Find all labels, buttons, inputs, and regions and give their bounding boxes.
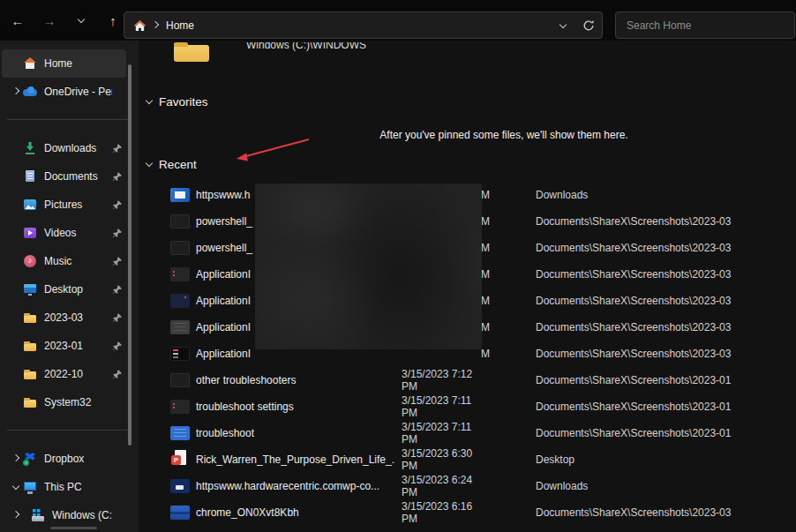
sidebar-item-label: 2023-03 (44, 311, 112, 324)
sidebar-horizontal-scrollbar[interactable] (50, 527, 97, 529)
pin-icon (112, 171, 123, 182)
sidebar-item-label: This PC (44, 481, 112, 493)
file-date-modified: 3/15/2023 6:30 PM (402, 447, 490, 472)
file-location: Documents\ShareX\Screenshots\2023-01 (536, 401, 731, 413)
file-location: Documents\ShareX\Screenshots\2023-03 (536, 348, 731, 360)
sidebar-item-system32[interactable]: System32 (2, 388, 126, 416)
pin-icon (112, 199, 123, 210)
pin-icon (112, 284, 123, 295)
sidebar-item-label: Music (44, 255, 112, 267)
file-location: Documents\ShareX\Screenshots\2023-03 (536, 506, 731, 519)
file-thumbnail-icon (170, 347, 190, 361)
sidebar-item-icon (23, 85, 37, 99)
sidebar-item-icon (23, 480, 37, 494)
chevron-down-icon[interactable] (144, 96, 154, 107)
nav-buttons: ← → ↑ (9, 0, 122, 41)
sidebar-item-desktop[interactable]: Desktop (2, 275, 126, 303)
file-row-chrome-on0xvt8kbh[interactable]: chrome_ON0Xvt8Kbh 3/15/2023 6:16 PM Docu… (170, 499, 796, 526)
file-location: Downloads (536, 480, 588, 492)
sidebar-item-icon (23, 141, 37, 155)
recent-header[interactable]: Recent (144, 156, 197, 172)
search-box (615, 11, 795, 39)
tile-label: Windows (C:)\WINDOWS (246, 42, 366, 51)
sidebar-item-onedrive-pers[interactable]: OneDrive - Pers (2, 78, 126, 106)
sidebar-item-icon (23, 367, 37, 381)
file-location: Downloads (536, 189, 588, 201)
up-arrow-icon: ↑ (109, 13, 116, 28)
sidebar-item-2023-01[interactable]: 2023-01 (2, 332, 126, 360)
sidebar-item-this-pc[interactable]: This PC (2, 473, 126, 501)
file-location: Documents\ShareX\Screenshots\2023-01 (536, 427, 731, 439)
file-name: ApplicationI (196, 348, 394, 360)
recent-locations-button[interactable] (72, 11, 90, 29)
up-button[interactable]: ↑ (104, 11, 122, 29)
address-bar[interactable]: Home (124, 11, 603, 39)
file-name: other troubleshooters (196, 374, 394, 386)
annotation-arrow (227, 133, 412, 213)
sidebar-item-label: Windows (C:) (52, 509, 112, 521)
file-date-modified: 3/15/2023 6:24 PM (402, 474, 490, 498)
file-date-modified: 3/15/2023 7:11 PM (402, 394, 490, 419)
expand-chevron-icon[interactable] (11, 510, 21, 521)
search-input[interactable] (625, 19, 785, 33)
chevron-down-icon[interactable] (144, 159, 154, 169)
sidebar-item-home[interactable]: Home (2, 49, 126, 78)
sidebar-item-windows-c[interactable]: Windows (C:) (2, 501, 126, 529)
file-date-modified: 3/15/2023 7:12 PM (402, 368, 490, 393)
refresh-icon[interactable] (582, 19, 595, 32)
file-row-other-troubleshooters[interactable]: other troubleshooters 3/15/2023 7:12 PM … (170, 367, 796, 393)
favorites-header[interactable]: Favorites (144, 94, 208, 109)
favorites-label: Favorites (159, 95, 208, 109)
file-location: Desktop (536, 453, 574, 466)
file-row-troubleshoot-settings[interactable]: troubleshoot settings 3/15/2023 7:11 PM … (170, 393, 796, 420)
file-name: chrome_ON0Xvt8Kbh (196, 506, 394, 519)
expand-chevron-icon[interactable] (11, 453, 21, 464)
sidebar-item-icon (23, 226, 37, 240)
breadcrumb-home[interactable]: Home (166, 19, 194, 32)
file-thumbnail-icon (170, 320, 190, 334)
sidebar-item-dropbox[interactable]: Dropbox (2, 445, 126, 473)
file-row-httpswww-hardwarecentric-comwp-co[interactable]: httpswww.hardwarecentric.comwp-co... 3/1… (170, 473, 796, 499)
forward-button[interactable]: → (41, 11, 58, 29)
file-name: Rick_Warren_The_Purpose_Driven_Life_... (196, 453, 394, 466)
file-date-modified: 3/15/2023 7:11 PM (402, 421, 490, 446)
file-thumbnail-icon (170, 479, 190, 493)
expand-chevron-icon[interactable] (11, 86, 21, 97)
sidebar-item-label: 2022-10 (44, 368, 112, 380)
file-row-troubleshoot[interactable]: troubleshoot 3/15/2023 7:11 PM Documents… (170, 420, 796, 446)
sidebar-item-pictures[interactable]: Pictures (2, 191, 126, 219)
sidebar-item-icon (23, 311, 37, 325)
sidebar-group-drives: Dropbox This PC Windows (C:) (0, 445, 128, 529)
pin-icon (112, 228, 123, 238)
file-thumbnail-icon (170, 188, 190, 202)
pin-icon (112, 341, 123, 351)
address-dropdown-chevron-icon[interactable] (558, 20, 568, 31)
sidebar-item-music[interactable]: Music (2, 247, 126, 275)
sidebar-item-label: Desktop (44, 283, 112, 296)
file-name: httpswww.hardwarecentric.comwp-co... (196, 480, 394, 492)
breadcrumb-chevron-icon (150, 20, 161, 31)
navigation-bar: ← → ↑ Home (0, 0, 796, 41)
sidebar-item-documents[interactable]: Documents (2, 162, 126, 191)
file-thumbnail-icon (170, 453, 190, 467)
file-name: troubleshoot settings (196, 401, 394, 413)
pin-icon (112, 143, 123, 154)
sidebar-item-downloads[interactable]: Downloads (2, 134, 126, 162)
sidebar-item-icon (23, 254, 37, 268)
sidebar-item-label: Downloads (44, 142, 112, 154)
pin-icon (112, 256, 123, 266)
sidebar-item-2022-10[interactable]: 2022-10 (2, 360, 126, 388)
file-thumbnail-icon (170, 294, 190, 308)
sidebar-vertical-scrollbar[interactable] (128, 64, 131, 446)
sidebar-item-2023-03[interactable]: 2023-03 (2, 303, 126, 332)
file-thumbnail-icon (170, 400, 190, 414)
sidebar-item-label: System32 (44, 396, 112, 408)
expand-chevron-icon[interactable] (11, 482, 21, 492)
file-row-rick-warren-the-purpose-driven-life[interactable]: Rick_Warren_The_Purpose_Driven_Life_... … (170, 446, 796, 473)
back-button[interactable]: ← (9, 11, 26, 29)
clipped-folder-tile[interactable]: Windows (C:)\WINDOWS (170, 41, 453, 65)
sidebar-item-videos[interactable]: Videos (2, 219, 126, 247)
folder-icon (174, 45, 209, 62)
sidebar-item-icon (31, 508, 45, 522)
home-icon (133, 19, 146, 32)
